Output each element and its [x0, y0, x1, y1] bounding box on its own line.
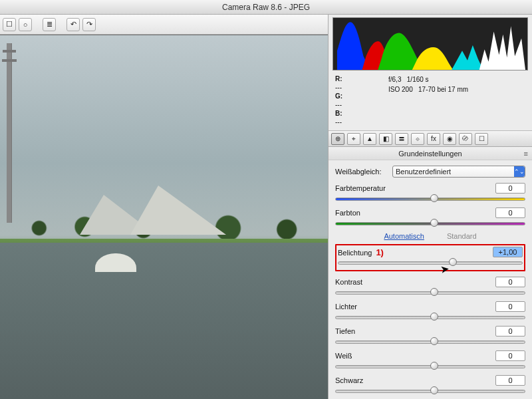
tab-fx-icon[interactable]: fx	[427, 133, 440, 145]
temperature-value[interactable]: 0	[495, 183, 525, 194]
exposure-slider[interactable]: Belichtung1) +1,00	[338, 247, 523, 266]
exposure-value[interactable]: +1,00	[493, 247, 523, 257]
chevron-down-icon: ⌃⌄	[514, 166, 525, 177]
shadows-value[interactable]: 0	[495, 326, 525, 336]
standard-link[interactable]: Standard	[447, 232, 477, 240]
panel-tab-strip: ⊕ ⌖ ▲ ◧ 〓 ⟐ fx ◉ 〄 ☐	[329, 131, 532, 147]
info-readout: R: --- G: --- B: --- f/6,3 1/160 s ISO 2…	[329, 72, 532, 131]
rotate-ccw-icon[interactable]: ↶	[66, 18, 80, 31]
blacks-value[interactable]: 0	[495, 375, 525, 386]
tab-camera-icon[interactable]: ◉	[443, 133, 456, 145]
contrast-slider[interactable]: Kontrast0	[335, 277, 525, 296]
window-titlebar: Camera Raw 8.6 - JPEG	[0, 0, 532, 15]
white-balance-select[interactable]: Benutzerdefiniert ⌃⌄	[392, 166, 525, 178]
white-balance-label: Weißabgleich:	[335, 168, 392, 176]
rotate-cw-icon[interactable]: ↷	[82, 18, 96, 31]
temperature-slider[interactable]: Farbtemperatur 0	[335, 183, 525, 202]
tab-lens-icon[interactable]: ⟐	[411, 133, 424, 145]
tab-hsl-icon[interactable]: ◧	[379, 133, 392, 145]
top-toolbar: ☐ ○ ≣ ↶ ↷	[0, 15, 328, 35]
whites-value[interactable]: 0	[495, 350, 525, 361]
tab-split-icon[interactable]: 〓	[395, 133, 408, 145]
tab-snapshots-icon[interactable]: ☐	[475, 133, 488, 145]
panel-title: Grundeinstellungen	[329, 147, 532, 160]
list-icon[interactable]: ≣	[43, 18, 56, 31]
exposure-highlight-annotation: Belichtung1) +1,00	[335, 244, 525, 271]
blacks-slider[interactable]: Schwarz0	[335, 375, 525, 394]
whites-slider[interactable]: Weiß0	[335, 350, 525, 370]
histogram	[332, 17, 528, 70]
highlights-slider[interactable]: Lichter0	[335, 301, 525, 321]
zoom-tool-icon[interactable]: ○	[19, 18, 32, 31]
auto-link[interactable]: Automatisch	[384, 232, 424, 240]
tint-slider[interactable]: Farbton 0	[335, 207, 525, 227]
annotation-marker: 1)	[376, 247, 384, 257]
tab-basic-icon[interactable]: ⊕	[331, 133, 344, 145]
hand-tool-icon[interactable]: ☐	[3, 18, 16, 31]
image-preview[interactable]	[0, 35, 328, 399]
highlights-value[interactable]: 0	[495, 301, 525, 312]
shadows-slider[interactable]: Tiefen0	[335, 326, 525, 345]
tab-detail-icon[interactable]: ▲	[363, 133, 376, 145]
tab-presets-icon[interactable]: 〄	[459, 133, 472, 145]
tint-value[interactable]: 0	[495, 207, 525, 218]
tab-tone-curve-icon[interactable]: ⌖	[347, 133, 360, 145]
contrast-value[interactable]: 0	[495, 277, 525, 287]
